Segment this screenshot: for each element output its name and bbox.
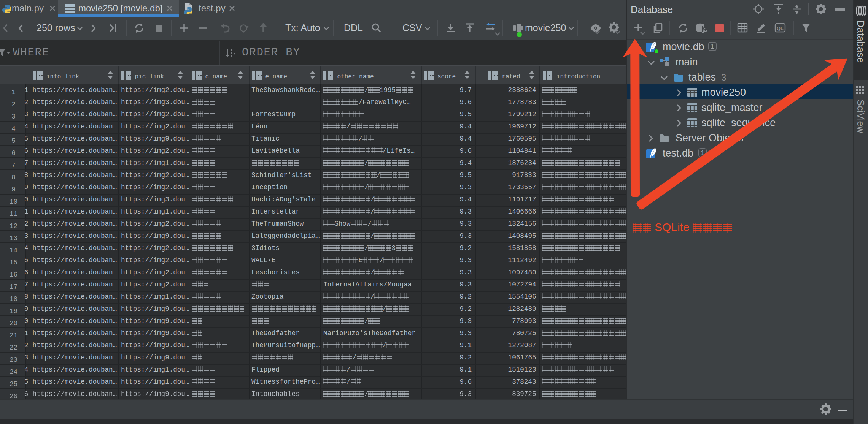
- svg-text:QL: QL: [777, 25, 784, 31]
